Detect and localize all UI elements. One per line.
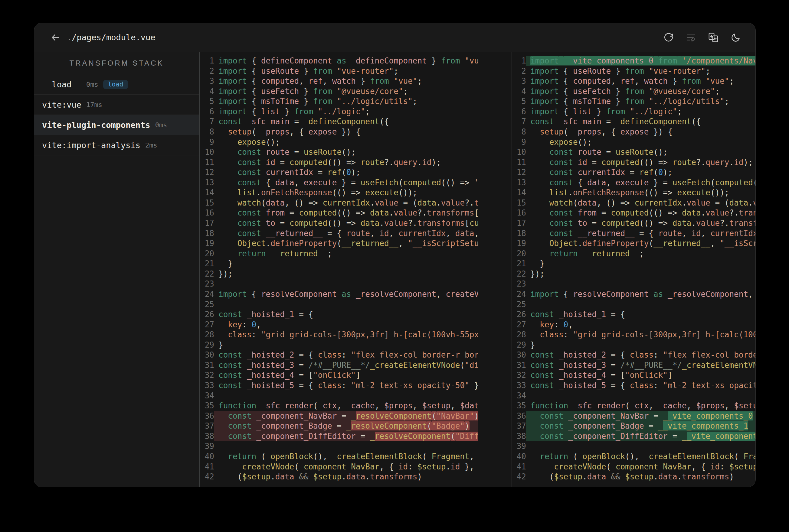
- line-number: 7: [200, 117, 214, 127]
- code-line: 36 const _component_NavBar = _resolveCom…: [200, 411, 478, 421]
- code-line: 35function _sfc_render(_ctx, _cache, $pr…: [200, 401, 478, 411]
- line-number: 37: [200, 421, 214, 431]
- line-number: 3: [512, 76, 526, 87]
- code-line: 7const _sfc_main = _defineComponent({: [512, 117, 755, 127]
- code-text: import { useFetch } from "@vueuse/core";: [214, 87, 478, 97]
- line-number: 42: [200, 472, 214, 482]
- refresh-icon: [663, 32, 674, 43]
- word-wrap-icon: [686, 32, 696, 43]
- code-line: 15 watch(data, () => currentIdx.value = …: [200, 198, 478, 208]
- code-text: key: 0,: [214, 320, 478, 330]
- side-by-side-toggle-button[interactable]: [708, 32, 719, 43]
- plugin-name: vite:vue: [42, 100, 81, 110]
- code-line: 33const _hoisted_5 = { class: "ml-2 text…: [200, 381, 478, 391]
- code-line: 8 setup(__props, { expose }) {: [512, 127, 755, 137]
- code-text: class: "grid grid-cols-[300px,3fr] h-[ca…: [214, 330, 478, 340]
- line-number: 3: [200, 76, 214, 87]
- code-text: _createVNode(_component_NavBar, { id: $s…: [526, 462, 755, 472]
- line-number: 8: [200, 127, 214, 137]
- line-number: 26: [200, 309, 214, 320]
- code-line: 18 const __returned__ = { route, id, cur…: [512, 229, 755, 239]
- code-line: 20 return __returned__;: [512, 249, 755, 259]
- code-line: 14 list.onFetchResponse(() => execute())…: [512, 188, 755, 198]
- code-text: }: [526, 340, 755, 350]
- line-number: 9: [512, 137, 526, 148]
- code-text: const from = computed(() => data.value?.…: [214, 208, 478, 218]
- code-text: import __vite_components_0 from '/compon…: [526, 56, 755, 66]
- diff-panel-before[interactable]: 1import { defineComponent as _defineComp…: [200, 52, 478, 487]
- line-number: 15: [200, 198, 214, 208]
- code-line: 28 class: "grid grid-cols-[300px,3fr] h-…: [200, 330, 478, 340]
- line-number: 40: [512, 452, 526, 462]
- code-line: 6import { list } from "../logic";: [512, 107, 755, 117]
- code-line: 12 const currentIdx = ref(0);: [200, 168, 478, 178]
- code-line: 23: [512, 279, 755, 289]
- code-text: const _hoisted_2 = { class: "flex flex-c…: [526, 350, 755, 360]
- transform-stack-item-vite-plugin-components[interactable]: vite-plugin-components0ms: [34, 115, 199, 135]
- theme-toggle-button[interactable]: [730, 32, 741, 43]
- plugin-time: 0ms: [155, 121, 167, 129]
- code-line: 32const _hoisted_4 = ["onClick"]: [200, 370, 478, 381]
- line-number: 16: [512, 208, 526, 218]
- line-number: 34: [512, 391, 526, 401]
- code-line: 6import { list } from "../logic";: [200, 107, 478, 117]
- code-text: const route = useRoute();: [526, 147, 755, 157]
- refresh-button[interactable]: [663, 32, 674, 43]
- code-text: const _hoisted_3 = /*#__PURE__*/_createE…: [214, 360, 478, 370]
- line-number: 30: [200, 350, 214, 360]
- code-line: 24import { resolveComponent as _resolveC…: [200, 289, 478, 300]
- code-line: 38 const _component_DiffEditor = _resolv…: [200, 431, 478, 442]
- code-line: 12 const currentIdx = ref(0);: [512, 168, 755, 178]
- code-text: const to = computed(() => data.value?.tr…: [526, 218, 755, 229]
- code-line: 37 const _component_Badge = __vite_compo…: [512, 421, 755, 431]
- code-text: watch(data, () => currentIdx.value = (da…: [214, 198, 478, 208]
- transform-stack-item-vite-import-analysis[interactable]: vite:import-analysis2ms: [34, 135, 199, 155]
- line-number: 7: [512, 117, 526, 127]
- code-line: 31const _hoisted_3 = /*#__PURE__*/_creat…: [512, 360, 755, 370]
- line-number: 38: [200, 431, 214, 442]
- diff-panel-after[interactable]: 1import __vite_components_0 from '/compo…: [512, 52, 755, 487]
- code-line: 29}: [200, 340, 478, 350]
- line-number: 22: [512, 269, 526, 279]
- code-text: class: "grid grid-cols-[300px,3fr] h-[ca…: [526, 330, 755, 340]
- code-text: setup(__props, { expose }) {: [214, 127, 478, 137]
- line-number: 11: [200, 157, 214, 168]
- code-line: 2import { useRoute } from "vue-router";: [200, 66, 478, 76]
- code-text: const _hoisted_4 = ["onClick"]: [214, 370, 478, 381]
- code-line: 30const _hoisted_2 = { class: "flex flex…: [200, 350, 478, 360]
- code-line: 27 key: 0,: [512, 320, 755, 330]
- line-number: 6: [200, 107, 214, 117]
- word-wrap-toggle-button[interactable]: [685, 32, 697, 43]
- line-number: 24: [512, 289, 526, 300]
- transform-stack-item-load[interactable]: __load__0msload: [34, 74, 199, 95]
- line-number: 39: [512, 441, 526, 452]
- transform-stack-item-vite-vue[interactable]: vite:vue17ms: [34, 95, 199, 115]
- code-line: 2import { useRoute } from "vue-router";: [512, 66, 755, 76]
- code-text: const _hoisted_5 = { class: "ml-2 text-x…: [214, 381, 478, 391]
- hook-badge: load: [103, 80, 128, 89]
- code-line: 4import { useFetch } from "@vueuse/core"…: [200, 87, 478, 97]
- plugin-time: 17ms: [86, 101, 102, 109]
- line-number: 23: [200, 279, 214, 289]
- code-text: const to = computed(() => data.value?.tr…: [214, 218, 478, 229]
- code-text: [526, 441, 755, 452]
- code-line: 19 Object.defineProperty(__returned__, "…: [200, 239, 478, 249]
- code-text: }: [526, 259, 755, 269]
- code-line: 26const _hoisted_1 = {: [512, 309, 755, 320]
- code-text: import { computed, ref, watch } from "vu…: [214, 76, 478, 87]
- back-button[interactable]: [49, 32, 61, 43]
- code-line: 40 return (_openBlock(), _createElementB…: [200, 452, 478, 462]
- code-line: 42 ($setup.data && $setup.data.transform…: [200, 472, 478, 482]
- code-line: 32const _hoisted_4 = ["onClick"]: [512, 370, 755, 381]
- code-text: return (_openBlock(), _createElementBloc…: [526, 452, 755, 462]
- code-line: 41 _createVNode(_component_NavBar, { id:…: [512, 462, 755, 472]
- code-text: const from = computed(() => data.value?.…: [526, 208, 755, 218]
- code-line: 18 const __returned__ = { route, id, cur…: [200, 229, 478, 239]
- code-text: }: [214, 259, 478, 269]
- line-number: 16: [200, 208, 214, 218]
- line-number: 32: [200, 370, 214, 381]
- line-number: 21: [512, 259, 526, 269]
- side-by-side-diff-icon: [708, 32, 719, 43]
- line-number: 4: [200, 87, 214, 97]
- code-line: 34: [512, 391, 755, 401]
